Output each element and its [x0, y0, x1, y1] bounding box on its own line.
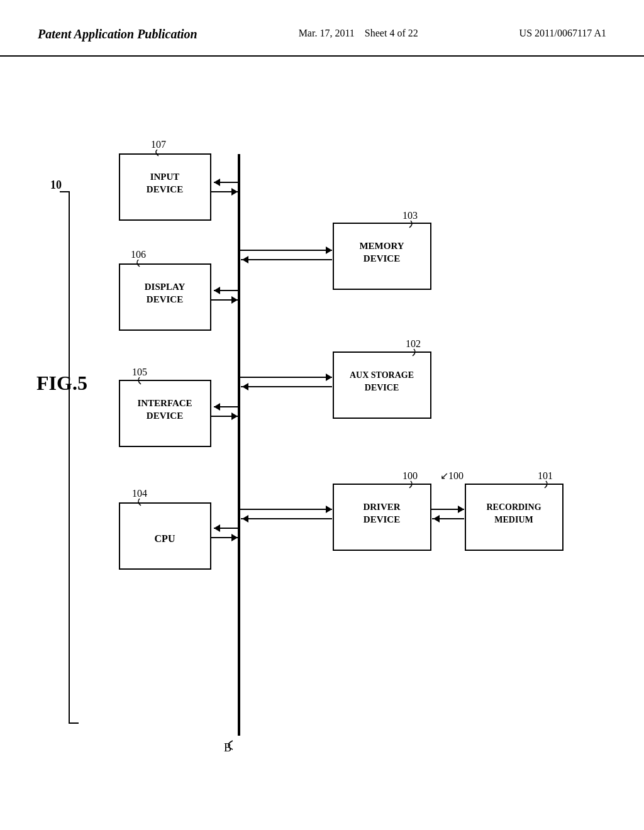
svg-text:DRIVER: DRIVER — [363, 502, 400, 512]
svg-text:DEVICE: DEVICE — [365, 383, 399, 392]
svg-marker-6 — [231, 188, 238, 196]
svg-text:DEVICE: DEVICE — [364, 514, 400, 524]
svg-marker-55 — [433, 515, 440, 523]
svg-text:CPU: CPU — [155, 533, 175, 544]
fig5-diagram: FIG.5 10 B INPUT DEVICE 107 DISPLAY DEVI… — [0, 57, 644, 799]
svg-marker-4 — [214, 179, 220, 186]
svg-marker-47 — [242, 515, 248, 523]
svg-marker-24 — [214, 524, 220, 532]
svg-marker-45 — [326, 506, 332, 513]
svg-text:DISPLAY: DISPLAY — [145, 282, 186, 292]
svg-marker-18 — [214, 403, 220, 411]
svg-text:MEDIUM: MEDIUM — [494, 515, 533, 524]
publication-number: US 2011/0067117 A1 — [519, 25, 606, 42]
svg-marker-20 — [231, 412, 238, 420]
svg-text:106: 106 — [131, 249, 146, 260]
svg-text:RECORDING: RECORDING — [486, 502, 541, 512]
svg-text:100: 100 — [402, 470, 418, 481]
page-header: Patent Application Publication Mar. 17, … — [0, 0, 644, 57]
svg-text:105: 105 — [132, 367, 147, 377]
system-label: 10 — [50, 179, 62, 191]
svg-text:MEMORY: MEMORY — [359, 241, 404, 251]
fig-label: FIG.5 — [36, 372, 87, 394]
svg-text:102: 102 — [406, 338, 421, 349]
svg-text:↙100: ↙100 — [440, 470, 464, 481]
svg-text:DEVICE: DEVICE — [147, 294, 183, 304]
svg-marker-53 — [458, 506, 464, 513]
svg-text:DEVICE: DEVICE — [364, 253, 400, 263]
svg-marker-11 — [214, 287, 220, 294]
svg-marker-33 — [242, 256, 248, 263]
publication-date-sheet: Mar. 17, 2011 Sheet 4 of 22 — [299, 25, 418, 42]
svg-marker-26 — [231, 534, 238, 541]
svg-marker-13 — [231, 296, 238, 304]
svg-text:DEVICE: DEVICE — [147, 184, 183, 194]
svg-marker-31 — [326, 246, 332, 254]
svg-text:104: 104 — [132, 488, 147, 499]
system-bracket — [60, 192, 79, 723]
svg-text:DEVICE: DEVICE — [147, 411, 183, 421]
svg-text:INPUT: INPUT — [150, 172, 180, 182]
svg-text:AUX STORAGE: AUX STORAGE — [350, 370, 414, 380]
svg-text:107: 107 — [151, 139, 166, 150]
svg-text:101: 101 — [538, 470, 553, 481]
svg-text:103: 103 — [402, 210, 418, 221]
svg-text:INTERFACE: INTERFACE — [137, 398, 192, 408]
publication-title: Patent Application Publication — [38, 25, 197, 43]
svg-marker-40 — [242, 383, 248, 390]
svg-marker-38 — [326, 374, 332, 381]
diagram-area: FIG.5 10 B INPUT DEVICE 107 DISPLAY DEVI… — [0, 57, 644, 799]
